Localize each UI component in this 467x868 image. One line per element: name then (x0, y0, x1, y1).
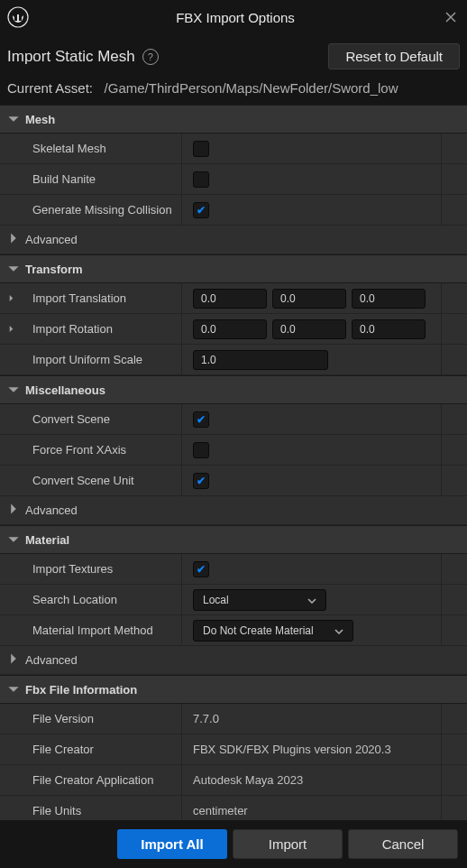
window-title: FBX Import Options (29, 10, 442, 25)
import-method-label: Material Import Method (32, 623, 153, 637)
build-nanite-checkbox[interactable] (193, 171, 209, 188)
close-button[interactable] (442, 8, 460, 26)
import-rotation-label: Import Rotation (32, 322, 113, 336)
convert-unit-checkbox[interactable] (193, 473, 209, 489)
rotation-z-input[interactable] (352, 319, 426, 339)
material-advanced-label: Advanced (25, 653, 78, 667)
convert-scene-label: Convert Scene (32, 412, 110, 426)
chevron-right-icon (7, 232, 20, 247)
file-app-value: Autodesk Maya 2023 (193, 773, 303, 787)
section-mesh[interactable]: Mesh (0, 105, 467, 134)
convert-scene-checkbox[interactable] (193, 411, 209, 428)
rotation-x-input[interactable] (193, 319, 267, 339)
file-app-label: File Creator Application (32, 773, 153, 787)
search-location-label: Search Location (32, 593, 117, 606)
generate-collision-checkbox[interactable] (193, 202, 209, 218)
translation-y-input[interactable] (272, 289, 346, 309)
translation-z-input[interactable] (352, 289, 426, 309)
file-version-label: File Version (32, 712, 94, 725)
page-subtitle: Import Static Mesh (7, 48, 135, 66)
reset-to-default-button[interactable]: Reset to Default (328, 43, 460, 69)
translation-x-input[interactable] (193, 289, 267, 309)
chevron-right-icon[interactable] (7, 322, 20, 336)
current-asset-label: Current Asset: (7, 80, 93, 96)
force-front-label: Force Front XAxis (32, 443, 126, 457)
section-material-label: Material (25, 533, 69, 547)
section-misc-label: Miscellaneous (25, 383, 105, 397)
uniform-scale-input[interactable] (193, 350, 328, 370)
import-scale-label: Import Uniform Scale (32, 353, 142, 366)
chevron-down-icon (7, 683, 20, 696)
chevron-right-icon (7, 503, 20, 518)
import-method-value: Do Not Create Material (203, 624, 314, 637)
file-units-label: File Units (32, 804, 81, 817)
section-transform-label: Transform (25, 263, 83, 276)
skeletal-mesh-checkbox[interactable] (193, 141, 209, 157)
section-misc[interactable]: Miscellaneous (0, 375, 467, 404)
options-scroll-area[interactable]: Mesh Skeletal Mesh Build Nanite Generate… (0, 105, 467, 820)
search-location-value: Local (203, 594, 229, 606)
section-mesh-label: Mesh (25, 113, 55, 126)
import-all-button[interactable]: Import All (117, 829, 227, 859)
current-asset-path: /Game/ThirdPerson/Maps/NewFolder/Sword_l… (105, 80, 398, 96)
file-version-value: 7.7.0 (193, 712, 219, 725)
chevron-down-icon (307, 594, 316, 606)
close-icon (444, 11, 457, 23)
misc-advanced-label: Advanced (25, 503, 78, 517)
import-textures-checkbox[interactable] (193, 561, 209, 577)
generate-collision-label: Generate Missing Collision (32, 203, 172, 217)
misc-advanced[interactable]: Advanced (0, 496, 467, 525)
section-fbx-info-label: Fbx File Information (25, 683, 137, 697)
skeletal-mesh-label: Skeletal Mesh (32, 142, 106, 155)
chevron-right-icon (7, 652, 20, 668)
import-button[interactable]: Import (233, 829, 343, 859)
chevron-down-icon (7, 113, 20, 125)
unreal-logo-icon (7, 6, 29, 28)
cancel-button[interactable]: Cancel (348, 829, 458, 859)
current-asset-row: Current Asset: /Game/ThirdPerson/Maps/Ne… (0, 77, 467, 105)
build-nanite-label: Build Nanite (32, 172, 96, 186)
rotation-y-input[interactable] (272, 319, 346, 339)
chevron-down-icon (7, 263, 20, 275)
import-textures-label: Import Textures (32, 562, 113, 576)
import-method-dropdown[interactable]: Do Not Create Material (193, 620, 353, 642)
chevron-down-icon (334, 624, 343, 637)
section-transform[interactable]: Transform (0, 254, 467, 283)
material-advanced[interactable]: Advanced (0, 646, 467, 675)
section-material[interactable]: Material (0, 525, 467, 554)
force-front-checkbox[interactable] (193, 442, 209, 458)
file-creator-label: File Creator (32, 743, 94, 756)
file-units-value: centimeter (193, 804, 248, 817)
search-location-dropdown[interactable]: Local (193, 589, 326, 611)
convert-unit-label: Convert Scene Unit (32, 474, 134, 487)
chevron-down-icon (7, 533, 20, 546)
section-fbx-info[interactable]: Fbx File Information (0, 675, 467, 704)
import-translation-label: Import Translation (32, 291, 126, 305)
mesh-advanced-label: Advanced (25, 233, 78, 246)
mesh-advanced[interactable]: Advanced (0, 226, 467, 254)
file-creator-value: FBX SDK/FBX Plugins version 2020.3 (193, 743, 391, 756)
help-icon[interactable]: ? (142, 49, 159, 65)
chevron-down-icon (7, 383, 20, 396)
chevron-right-icon[interactable] (7, 291, 20, 305)
